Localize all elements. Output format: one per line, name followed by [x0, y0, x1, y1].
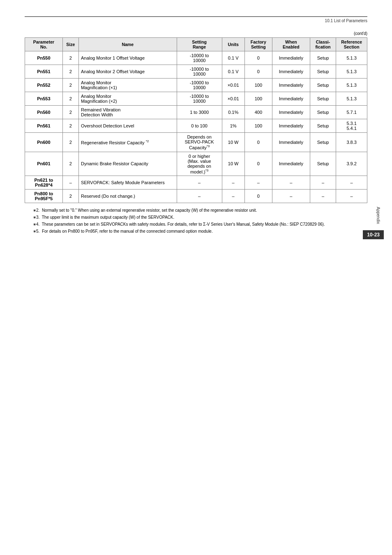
- cell-factory: 0: [244, 51, 272, 65]
- cell-units: 0.1 V: [222, 65, 244, 79]
- cell-name: Analog Monitor Magnification (×1): [78, 79, 177, 92]
- cell-classi: Setup: [310, 119, 336, 133]
- cell-param: Pn550: [25, 51, 63, 65]
- cell-reference: –: [336, 176, 367, 190]
- cell-factory: 0: [244, 190, 272, 203]
- cell-param: Pn800 to Pn95F*5: [25, 190, 63, 203]
- cell-units: 10 W: [222, 133, 244, 152]
- cell-name: Reserved (Do not change.): [78, 190, 177, 203]
- cell-when: –: [272, 190, 310, 203]
- cell-param: Pn553: [25, 92, 63, 106]
- cell-size: 2: [62, 106, 78, 119]
- cell-factory: 0: [244, 152, 272, 176]
- cell-factory: –: [244, 176, 272, 190]
- cell-factory: 100: [244, 92, 272, 106]
- cell-factory: 0: [244, 65, 272, 79]
- table-row: Pn5612Overshoot Detection Level0 to 1001…: [25, 119, 367, 133]
- parameters-table: ParameterNo. Size Name SettingRange Unit…: [25, 37, 367, 203]
- cell-name: Analog Monitor 1 Offset Voltage: [78, 51, 177, 65]
- cell-reference: 5.1.3: [336, 92, 367, 106]
- footnote-item: ∗2. Normally set to "0." When using an e…: [33, 207, 367, 213]
- cell-when: Immediately: [272, 51, 310, 65]
- cell-units: 0.1%: [222, 106, 244, 119]
- cell-when: Immediately: [272, 65, 310, 79]
- cell-classi: Setup: [310, 51, 336, 65]
- bottom-right-area: Appendix 10-23: [363, 207, 384, 240]
- appendix-label: Appendix: [376, 207, 380, 224]
- cell-setting-range: 1 to 3000: [177, 106, 222, 119]
- page-number: 10-23: [363, 230, 384, 239]
- footnotes: ∗2. Normally set to "0." When using an e…: [25, 207, 367, 234]
- col-header-units: Units: [222, 38, 244, 51]
- col-header-name: Name: [78, 38, 177, 51]
- cell-setting-range: -10000 to 10000: [177, 65, 222, 79]
- cell-size: 2: [62, 92, 78, 106]
- cell-param: Pn551: [25, 65, 63, 79]
- cell-classi: Setup: [310, 92, 336, 106]
- cell-reference: 5.1.3: [336, 65, 367, 79]
- header-section: 10.1 List of Parameters: [25, 18, 367, 23]
- cell-size: 2: [62, 152, 78, 176]
- cell-units: 0.1 V: [222, 51, 244, 65]
- cell-param: Pn600: [25, 133, 63, 152]
- cell-param: Pn601: [25, 152, 63, 176]
- cell-factory: 0: [244, 133, 272, 152]
- cell-size: 2: [62, 133, 78, 152]
- table-row: Pn621 to Pn628*4–SERVOPACK: Safety Modul…: [25, 176, 367, 190]
- cell-classi: Setup: [310, 152, 336, 176]
- cell-size: –: [62, 176, 78, 190]
- table-row: Pn5522Analog Monitor Magnification (×1)-…: [25, 79, 367, 92]
- cell-param: Pn621 to Pn628*4: [25, 176, 63, 190]
- cell-param: Pn560: [25, 106, 63, 119]
- footnote-item: ∗5. For details on Pn800 to Pn95F, refer…: [33, 228, 367, 234]
- cell-classi: –: [310, 190, 336, 203]
- col-header-setting-range: SettingRange: [177, 38, 222, 51]
- cell-setting-range: -10000 to 10000: [177, 79, 222, 92]
- cell-size: 2: [62, 65, 78, 79]
- cell-name: Remained Vibration Detection Width: [78, 106, 177, 119]
- cell-factory: 100: [244, 119, 272, 133]
- cell-units: 10 W: [222, 152, 244, 176]
- table-row: Pn5602Remained Vibration Detection Width…: [25, 106, 367, 119]
- cell-when: Immediately: [272, 133, 310, 152]
- cell-classi: Setup: [310, 65, 336, 79]
- cell-setting-range: –: [177, 190, 222, 203]
- cell-classi: Setup: [310, 79, 336, 92]
- cell-when: Immediately: [272, 79, 310, 92]
- cell-classi: Setup: [310, 133, 336, 152]
- col-header-factory: FactorySetting: [244, 38, 272, 51]
- cell-name: Analog Monitor Magnification (×2): [78, 92, 177, 106]
- cell-setting-range: –: [177, 176, 222, 190]
- col-header-size: Size: [62, 38, 78, 51]
- cell-units: –: [222, 176, 244, 190]
- cell-size: 2: [62, 79, 78, 92]
- cell-name: Overshoot Detection Level: [78, 119, 177, 133]
- cell-units: –: [222, 190, 244, 203]
- cell-units: ×0.01: [222, 92, 244, 106]
- table-row: Pn5502Analog Monitor 1 Offset Voltage-10…: [25, 51, 367, 65]
- footnote-item: ∗4. These parameters can be set in SERVO…: [33, 221, 367, 227]
- cell-when: –: [272, 176, 310, 190]
- cell-name: Regenerative Resistor Capacity *2: [78, 133, 177, 152]
- cell-setting-range: -10000 to 10000: [177, 51, 222, 65]
- cell-units: 1%: [222, 119, 244, 133]
- cell-reference: 5.1.3: [336, 51, 367, 65]
- cell-when: Immediately: [272, 152, 310, 176]
- cell-factory: 100: [244, 79, 272, 92]
- col-header-when: WhenEnabled: [272, 38, 310, 51]
- cell-param: Pn552: [25, 79, 63, 92]
- cell-size: 2: [62, 190, 78, 203]
- cell-reference: 3.9.2: [336, 152, 367, 176]
- header-line: [25, 16, 367, 17]
- cell-name: SERVOPACK: Safety Module Parameters: [78, 176, 177, 190]
- cell-size: 2: [62, 51, 78, 65]
- table-row: Pn5512Analog Monitor 2 Offset Voltage-10…: [25, 65, 367, 79]
- cell-setting-range: Depends on SERVO-PACK Capacity*3: [177, 133, 222, 152]
- cell-setting-range: -10000 to 10000: [177, 92, 222, 106]
- contd-label: (cont'd): [25, 31, 367, 36]
- cell-size: 2: [62, 119, 78, 133]
- cell-when: Immediately: [272, 119, 310, 133]
- cell-param: Pn561: [25, 119, 63, 133]
- cell-name: Dynamic Brake Resistor Capacity: [78, 152, 177, 176]
- cell-when: Immediately: [272, 106, 310, 119]
